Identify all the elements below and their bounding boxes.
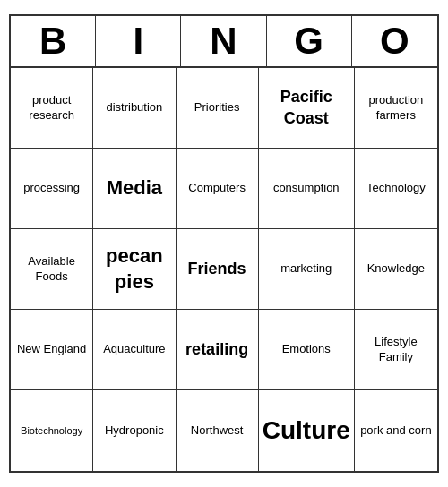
bingo-cell: Available Foods bbox=[11, 229, 93, 310]
bingo-cell: Emotions bbox=[259, 310, 355, 390]
bingo-grid: product researchdistributionPrioritiesPa… bbox=[11, 68, 437, 471]
bingo-cell: Aquaculture bbox=[93, 310, 176, 390]
bingo-cell: processing bbox=[11, 149, 93, 229]
header-letter: O bbox=[352, 16, 437, 66]
bingo-cell: distribution bbox=[93, 68, 176, 149]
bingo-cell: Northwest bbox=[177, 390, 259, 471]
bingo-cell: Friends bbox=[177, 229, 259, 310]
bingo-cell: product research bbox=[11, 68, 93, 149]
bingo-cell: Knowledge bbox=[355, 229, 437, 310]
bingo-cell: retailing bbox=[177, 310, 259, 390]
header-letter: N bbox=[181, 16, 266, 66]
bingo-cell: marketing bbox=[259, 229, 355, 310]
header-letter: I bbox=[96, 16, 181, 66]
bingo-cell: Technology bbox=[355, 149, 437, 229]
bingo-cell: Priorities bbox=[177, 68, 259, 149]
bingo-cell: Hydroponic bbox=[93, 390, 176, 471]
bingo-cell: Pacific Coast bbox=[259, 68, 355, 149]
bingo-cell: production farmers bbox=[355, 68, 437, 149]
bingo-cell: New England bbox=[11, 310, 93, 390]
bingo-cell: Lifestyle Family bbox=[355, 310, 437, 390]
header-letter: G bbox=[267, 16, 352, 66]
bingo-header: BINGO bbox=[11, 16, 437, 68]
bingo-cell: consumption bbox=[259, 149, 355, 229]
bingo-cell: Biotechnology bbox=[11, 390, 93, 471]
bingo-cell: Media bbox=[93, 149, 176, 229]
bingo-board: BINGO product researchdistributionPriori… bbox=[9, 14, 439, 473]
bingo-cell: pork and corn bbox=[355, 390, 437, 471]
bingo-cell: Computers bbox=[177, 149, 259, 229]
bingo-cell: pecan pies bbox=[93, 229, 176, 310]
header-letter: B bbox=[11, 16, 96, 66]
bingo-cell: Culture bbox=[259, 390, 355, 471]
